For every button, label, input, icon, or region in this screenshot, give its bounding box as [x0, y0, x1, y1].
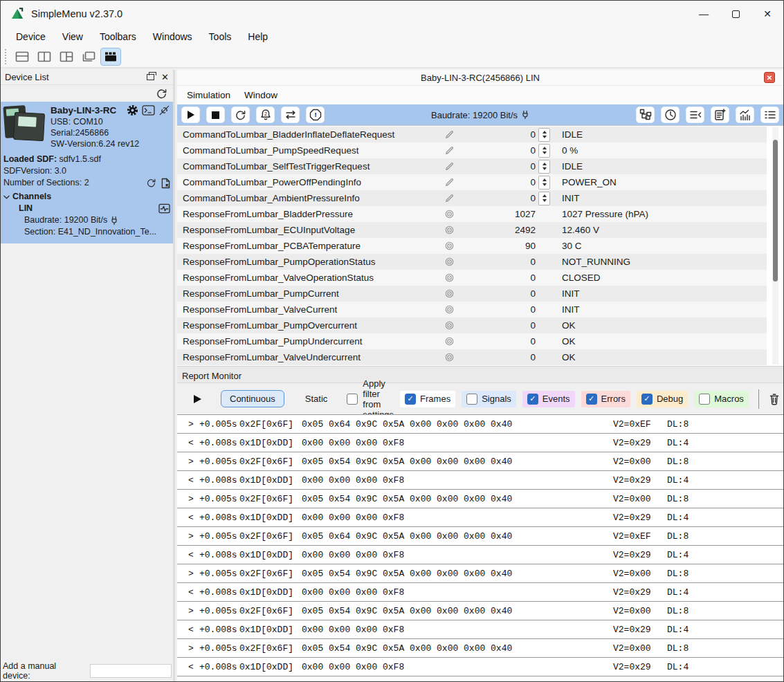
close-button[interactable]: ✕: [751, 1, 783, 27]
report-frame-row[interactable]: > +0.005s 0x2F[0x6F] 0x05 0x64 0x9C 0x5A…: [177, 415, 783, 434]
signal-row[interactable]: ResponseFromLumbar_ValveCurrent 0: [177, 302, 767, 317]
menu-item[interactable]: Simulation: [180, 88, 237, 102]
layout-grid-button[interactable]: [56, 48, 77, 66]
signal-row[interactable]: CommandToLumbar_PowerOffPendingInfo 0: [177, 174, 767, 190]
minimize-button[interactable]: —: [688, 1, 720, 27]
edit-pencil-icon[interactable]: [444, 193, 455, 203]
panel-float-icon[interactable]: [147, 74, 154, 80]
report-frame-row[interactable]: < +0.008s 0x1D[0xDD] 0x00 0x00 0x00 0xF8…: [177, 620, 783, 639]
signal-raw-value[interactable]: 0: [461, 145, 538, 156]
apply-filter-checkbox[interactable]: Apply filter from settings: [347, 378, 394, 420]
device-card[interactable]: Baby-LIN-3-RC USB: COM1: [1, 102, 173, 243]
swap-direction-button[interactable]: [281, 107, 300, 123]
device-terminal-icon[interactable]: [142, 105, 155, 116]
refresh-devices-icon[interactable]: [156, 88, 167, 100]
report-frame-row[interactable]: > +0.005s 0x2F[0x6F] 0x05 0x54 0x9C 0x5A…: [177, 490, 783, 508]
spin-up-icon[interactable]: [543, 147, 547, 149]
report-frame-row[interactable]: > +0.005s 0x2F[0x6F] 0x05 0x54 0x9C 0x5A…: [177, 452, 783, 471]
menu-item[interactable]: Windows: [145, 29, 201, 44]
checkbox-icon[interactable]: [466, 394, 477, 405]
value-spinner[interactable]: [538, 192, 550, 205]
signal-raw-value[interactable]: 0: [461, 129, 538, 140]
report-frame-row[interactable]: < +0.008s 0x1D[0xDD] 0x00 0x00 0x00 0xF8…: [177, 546, 783, 564]
checkbox-icon[interactable]: [586, 394, 597, 405]
toolbar-drag-handle[interactable]: [5, 49, 8, 64]
panel-close-icon[interactable]: ✕: [161, 73, 169, 82]
view-eye-icon[interactable]: [444, 304, 455, 315]
filter-toggle[interactable]: Macros: [694, 391, 749, 407]
filter-toggle[interactable]: Frames: [400, 391, 455, 407]
error-status-button[interactable]: !: [306, 107, 325, 123]
report-play-button[interactable]: [194, 395, 201, 403]
signal-row[interactable]: ResponseFromLumbar_PumpUndercurrent 0: [177, 333, 767, 349]
signal-raw-value[interactable]: 0: [461, 288, 538, 299]
signal-raw-value[interactable]: 0: [461, 352, 538, 362]
signal-raw-value[interactable]: 0: [461, 161, 538, 172]
signal-row[interactable]: ResponseFromLumbar_PumpOvercurrent 0: [177, 317, 767, 333]
report-frame-row[interactable]: < +0.008s 0x1D[0xDD] 0x00 0x00 0x00 0xF8…: [177, 471, 783, 490]
menu-item[interactable]: View: [54, 29, 91, 44]
checkbox-icon[interactable]: [527, 394, 538, 405]
filter-toggle[interactable]: Errors: [581, 391, 630, 407]
signal-raw-value[interactable]: 0: [461, 273, 538, 283]
signal-row[interactable]: CommandToLumbar_PumpSpeedRequest 0: [177, 142, 767, 158]
signal-row[interactable]: ResponseFromLumbar_ValveUndercurrent 0: [177, 349, 767, 365]
edit-pencil-icon[interactable]: [444, 145, 455, 156]
checkbox-icon[interactable]: [641, 394, 653, 405]
signal-raw-value[interactable]: 0: [461, 257, 538, 267]
spin-down-icon[interactable]: [543, 136, 547, 138]
restart-simulation-button[interactable]: [231, 107, 250, 123]
report-frame-row[interactable]: < +0.008s 0x1D[0xDD] 0x00 0x00 0x00 0xF8…: [177, 658, 783, 676]
channels-expander[interactable]: Channels: [3, 191, 170, 203]
clear-report-trash-icon[interactable]: [769, 393, 780, 405]
stop-simulation-button[interactable]: [206, 107, 225, 123]
spin-up-icon[interactable]: [543, 194, 547, 197]
spin-down-icon[interactable]: [543, 167, 547, 170]
view-eye-icon[interactable]: [444, 241, 455, 251]
spin-down-icon[interactable]: [543, 183, 547, 186]
report-frame-row[interactable]: < +0.008s 0x1D[0xDD] 0x00 0x00 0x00 0xF8…: [177, 508, 783, 527]
view-eye-icon[interactable]: [444, 225, 455, 235]
signal-raw-value[interactable]: 0: [461, 336, 538, 347]
mode-continuous-button[interactable]: Continuous: [221, 390, 284, 407]
menu-item[interactable]: Help: [239, 29, 276, 44]
view-eye-icon[interactable]: [444, 257, 455, 267]
layout-split-vertical-button[interactable]: [34, 48, 55, 66]
signal-row[interactable]: ResponseFromLumbar_PCBATemperature 90: [177, 238, 767, 254]
menu-item[interactable]: Window: [237, 88, 284, 102]
report-frame-row[interactable]: > +0.005s 0x2F[0x6F] 0x05 0x64 0x9C 0x5A…: [177, 527, 783, 546]
edit-pencil-icon[interactable]: [444, 129, 455, 140]
signal-row[interactable]: ResponseFromLumbar_ECUInputVoltage 2492: [177, 222, 767, 238]
signal-row[interactable]: CommandToLumbar_SelfTestTriggerRequest 0: [177, 158, 767, 174]
signal-row[interactable]: ResponseFromLumbar_PumpCurrent 0: [177, 286, 767, 302]
menu-item[interactable]: Toolbars: [91, 29, 145, 44]
scrollbar-thumb[interactable]: [773, 140, 778, 282]
value-spinner[interactable]: [538, 128, 550, 142]
signal-raw-value[interactable]: 2492: [461, 225, 538, 235]
chart-view-button[interactable]: [736, 107, 754, 123]
signal-raw-value[interactable]: 0: [461, 320, 538, 331]
value-spinner[interactable]: [538, 176, 550, 190]
signal-raw-value[interactable]: 90: [461, 241, 538, 251]
list-view-button[interactable]: [760, 107, 779, 123]
report-frame-row[interactable]: < +0.008s 0x1D[0xDD] 0x00 0x00 0x00 0xF8…: [177, 434, 783, 452]
view-eye-icon[interactable]: [444, 288, 455, 299]
filter-toggle[interactable]: Debug: [637, 391, 688, 407]
view-eye-icon[interactable]: [444, 273, 455, 283]
edit-pencil-icon[interactable]: [444, 177, 455, 187]
spin-down-icon[interactable]: [543, 151, 547, 154]
mode-static-button[interactable]: Static: [305, 394, 328, 404]
view-eye-icon[interactable]: [444, 336, 455, 347]
filter-toggle[interactable]: Signals: [462, 391, 516, 407]
view-eye-icon[interactable]: [444, 209, 455, 219]
checkbox-icon[interactable]: [405, 394, 416, 405]
report-frame-row[interactable]: < +0.008s 0x1D[0xDD] 0x00 0x00 0x00 0xF8…: [177, 583, 783, 602]
spin-up-icon[interactable]: [543, 178, 547, 181]
signal-row[interactable]: ResponseFromLumbar_ValveOperationStatus …: [177, 270, 767, 286]
spin-up-icon[interactable]: [543, 131, 547, 133]
channel-monitor-icon[interactable]: [158, 203, 170, 214]
signal-row[interactable]: CommandToLumbar_BladderInflateDeflateReq…: [177, 127, 767, 142]
filter-toggle[interactable]: Events: [522, 391, 575, 407]
notifications-button[interactable]: 2: [256, 107, 275, 123]
value-spinner[interactable]: [538, 144, 550, 158]
